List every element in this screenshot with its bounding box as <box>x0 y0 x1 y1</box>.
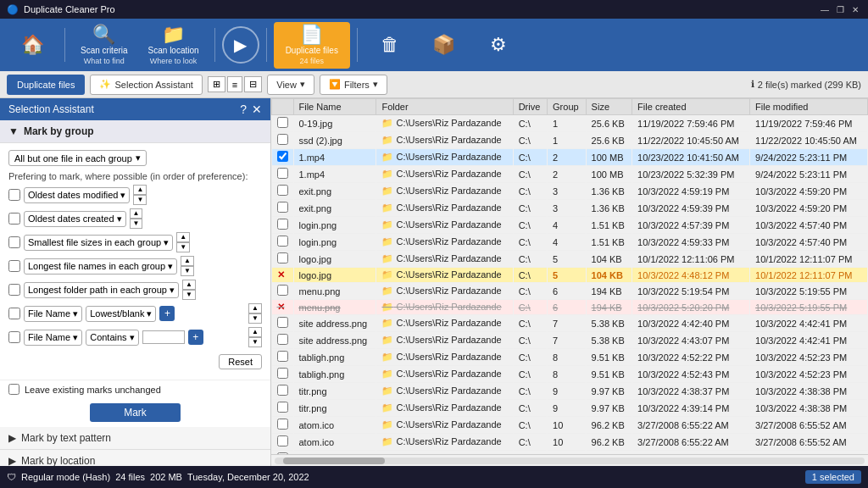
table-row[interactable]: tabligh.png📁 C:\Users\Riz PardazandeC:\8… <box>272 366 868 383</box>
table-row[interactable]: ✕menu.png📁 C:\Users\Riz PardazandeC:\619… <box>272 300 868 315</box>
criteria-col2-7[interactable]: Contains ▾ <box>86 330 138 346</box>
criteria-col1-6[interactable]: File Name ▾ <box>24 306 82 322</box>
criteria-check-2[interactable] <box>8 213 20 225</box>
table-row[interactable]: titr.png📁 C:\Users\Riz PardazandeC:\99.9… <box>272 400 868 417</box>
col-drive[interactable]: Drive <box>513 99 547 115</box>
table-row[interactable]: atom.ico📁 C:\Users\Riz PardazandeC:\1096… <box>272 417 868 434</box>
criteria-col1-7[interactable]: File Name ▾ <box>24 330 82 346</box>
close-button[interactable]: ✕ <box>849 3 861 15</box>
leave-existing-check[interactable] <box>8 384 19 395</box>
view-button[interactable]: View ▾ <box>267 75 314 95</box>
criteria-dropdown-4[interactable]: Longest file names in each group ▾ <box>24 258 177 274</box>
row-checkbox[interactable] <box>277 168 288 179</box>
table-row[interactable]: logo.jpg📁 C:\Users\Riz PardazandeC:\5104… <box>272 251 868 268</box>
row-checkbox[interactable] <box>277 368 288 379</box>
criteria-up-6[interactable]: ▲ <box>248 303 262 313</box>
view-grid-button[interactable]: ⊞ <box>208 76 225 92</box>
row-checkbox[interactable] <box>277 219 288 230</box>
criteria-dropdown-3[interactable]: Smallest file sizes in each group ▾ <box>24 235 173 251</box>
table-row[interactable]: atom.ico📁 C:\Users\Riz PardazandeC:\1096… <box>272 434 868 451</box>
table-row[interactable]: titr.png📁 C:\Users\Riz PardazandeC:\99.9… <box>272 383 868 400</box>
row-checkbox[interactable] <box>277 151 288 162</box>
row-checkbox[interactable] <box>277 435 288 446</box>
criteria-down-3[interactable]: ▼ <box>176 242 190 252</box>
all-but-dropdown[interactable]: All but one file in each group ▾ <box>8 150 147 166</box>
col-folder[interactable]: Folder <box>376 99 513 115</box>
criteria-dropdown-5[interactable]: Longest folder path in each group ▾ <box>24 282 179 298</box>
criteria-dropdown-2[interactable]: Oldest dates created ▾ <box>24 211 126 227</box>
row-checkbox[interactable] <box>277 134 288 145</box>
row-checkbox[interactable] <box>277 117 288 128</box>
reset-button[interactable]: Reset <box>219 354 262 369</box>
table-row[interactable]: tabligh.png📁 C:\Users\Riz PardazandeC:\8… <box>272 349 868 366</box>
minimize-button[interactable]: — <box>819 3 831 15</box>
table-row[interactable]: exit.png📁 C:\Users\Riz PardazandeC:\31.3… <box>272 183 868 200</box>
criteria-col2-6[interactable]: Lowest/blank ▾ <box>86 306 156 322</box>
criteria-check-5[interactable] <box>8 284 20 296</box>
criteria-down-7[interactable]: ▼ <box>248 337 262 347</box>
row-checkbox[interactable] <box>277 236 288 247</box>
duplicate-files-button[interactable]: 📄 Duplicate files 24 files <box>274 22 350 69</box>
criteria-down-1[interactable]: ▼ <box>133 195 147 205</box>
run-button[interactable]: ▶ <box>222 26 259 64</box>
move-button[interactable]: 📦 <box>419 32 470 58</box>
col-created[interactable]: File created <box>632 99 750 115</box>
horizontal-scrollbar[interactable] <box>271 454 868 466</box>
assist-help-button[interactable]: ? <box>240 103 247 116</box>
scan-criteria-button[interactable]: 🔍 Scan criteria What to find <box>72 22 136 69</box>
criteria-down-5[interactable]: ▼ <box>182 290 196 300</box>
table-row[interactable]: 1.mp4📁 C:\Users\Riz PardazandeC:\2100 MB… <box>272 149 868 166</box>
criteria-down-2[interactable]: ▼ <box>130 219 143 229</box>
table-row[interactable]: exit.png📁 C:\Users\Riz PardazandeC:\31.3… <box>272 200 868 217</box>
criteria-check-4[interactable] <box>8 260 20 272</box>
criteria-check-7[interactable] <box>8 331 20 343</box>
row-checkbox[interactable] <box>277 402 288 413</box>
criteria-text-7[interactable] <box>142 330 185 344</box>
row-checkbox[interactable] <box>277 285 288 296</box>
filters-button[interactable]: 🔽 Filters ▾ <box>320 75 387 95</box>
col-filename[interactable]: File Name <box>293 99 376 115</box>
selection-assistant-button[interactable]: ✨ Selection Assistant <box>90 75 202 95</box>
criteria-check-6[interactable] <box>8 308 20 319</box>
row-checkbox[interactable] <box>277 252 288 263</box>
col-size[interactable]: Size <box>586 99 632 115</box>
table-row[interactable]: site address.png📁 C:\Users\Riz Pardazand… <box>272 332 868 349</box>
table-row[interactable]: ✕logo.jpg📁 C:\Users\Riz PardazandeC:\510… <box>272 268 868 283</box>
col-modified[interactable]: File modified <box>750 99 868 115</box>
mark-button[interactable]: Mark <box>90 403 181 422</box>
criteria-up-3[interactable]: ▲ <box>176 232 190 242</box>
col-group[interactable]: Group <box>548 99 587 115</box>
criteria-check-3[interactable] <box>8 236 20 248</box>
criteria-check-1[interactable] <box>8 189 20 201</box>
table-row[interactable]: login.png📁 C:\Users\Riz PardazandeC:\41.… <box>272 217 868 234</box>
row-checkbox[interactable] <box>277 334 288 345</box>
criteria-up-7[interactable]: ▲ <box>248 327 262 337</box>
criteria-up-1[interactable]: ▲ <box>133 185 147 195</box>
table-row[interactable]: menu.png📁 C:\Users\Riz PardazandeC:\6194… <box>272 283 868 300</box>
table-row[interactable]: 0-19.jpg📁 C:\Users\Riz PardazandeC:\125.… <box>272 115 868 132</box>
criteria-down-4[interactable]: ▼ <box>181 266 194 276</box>
mark-by-group-header[interactable]: ▼ Mark by group <box>0 120 270 143</box>
mark-by-text-pattern-header[interactable]: ▶ Mark by text pattern <box>0 427 270 450</box>
row-checkbox[interactable] <box>277 385 288 396</box>
criteria-up-4[interactable]: ▲ <box>181 256 194 266</box>
home-button[interactable]: 🏠 <box>7 32 58 58</box>
mark-by-location-header[interactable]: ▶ Mark by location <box>0 450 270 466</box>
criteria-down-6[interactable]: ▼ <box>248 313 262 324</box>
row-checkbox[interactable] <box>277 419 288 430</box>
table-row[interactable]: site address.png📁 C:\Users\Riz Pardazand… <box>272 315 868 332</box>
criteria-add-7[interactable]: + <box>188 330 203 345</box>
row-checkbox[interactable] <box>277 317 288 328</box>
criteria-dropdown-1[interactable]: Oldest dates modified ▾ <box>24 187 130 203</box>
criteria-up-5[interactable]: ▲ <box>182 280 196 290</box>
table-row[interactable]: login.png📁 C:\Users\Riz PardazandeC:\41.… <box>272 234 868 251</box>
criteria-up-2[interactable]: ▲ <box>130 208 143 219</box>
criteria-add-6[interactable]: + <box>159 306 175 321</box>
settings-button[interactable]: ⚙ <box>473 32 524 58</box>
row-checkbox[interactable] <box>277 185 288 196</box>
maximize-button[interactable]: ❐ <box>834 3 846 15</box>
scan-location-button[interactable]: 📁 Scan location Where to look <box>140 22 208 69</box>
row-checkbox[interactable] <box>277 351 288 362</box>
duplicate-files-tab[interactable]: Duplicate files <box>7 75 85 95</box>
table-row[interactable]: 1.mp4📁 C:\Users\Riz PardazandeC:\2100 MB… <box>272 166 868 183</box>
